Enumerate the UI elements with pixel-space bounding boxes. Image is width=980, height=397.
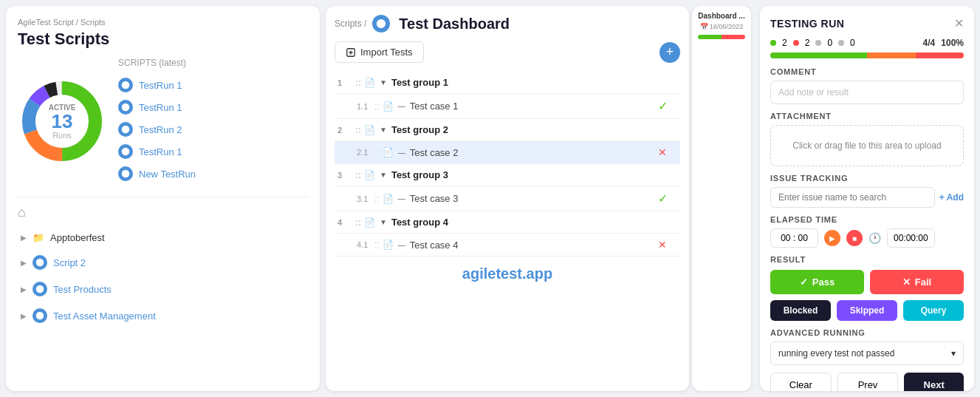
issue-search-input[interactable]: [770, 187, 935, 208]
dashboard-icon: [372, 15, 390, 33]
expand-icon: ▼: [380, 171, 387, 179]
table-row[interactable]: 2 :: 📄 ▼ Test group 2: [335, 119, 680, 141]
drag-icon: ::: [374, 194, 380, 204]
pb-orange: [867, 52, 916, 58]
issue-add-button[interactable]: + Add: [939, 192, 964, 203]
drag-icon: ::: [355, 170, 361, 180]
dashboard-mini-date: 📅 16/06/2023: [700, 23, 743, 30]
attachment-upload-area[interactable]: Click or drag file to this area to uploa…: [770, 125, 964, 166]
chevron-right-icon: ▶: [21, 312, 27, 320]
script-item-0[interactable]: TestRun 1: [118, 74, 308, 96]
home-icon[interactable]: ⌂: [18, 205, 308, 220]
page-title: Test Scripts: [18, 30, 308, 49]
advanced-option-text: running every test not passed: [778, 348, 894, 359]
svg-point-8: [122, 126, 130, 134]
donut-chart: ACTIVE 13 Runs: [18, 77, 106, 166]
script-name: TestRun 1: [139, 80, 182, 91]
skipped-button[interactable]: Skipped: [837, 300, 897, 321]
query-button[interactable]: Query: [903, 300, 964, 321]
table-row[interactable]: 1.1 :: 📄 — Test case 1 ✓: [335, 94, 680, 119]
script-item-1[interactable]: TestRun 1: [118, 96, 308, 118]
svg-point-13: [36, 312, 44, 320]
expand-icon: ▼: [380, 218, 387, 226]
expand-icon: —: [398, 194, 405, 203]
dot-pass: [770, 40, 776, 46]
script-icon: [118, 144, 133, 159]
prev-button[interactable]: Prev: [837, 373, 899, 391]
comment-placeholder: Add note or result: [778, 87, 849, 98]
mini-progress-bar: [698, 35, 745, 39]
table-row[interactable]: 3.1 :: 📄 — Test case 3 ✓: [335, 186, 680, 211]
table-row[interactable]: 3 :: 📄 ▼ Test group 3: [335, 164, 680, 186]
chevron-right-icon: ▶: [21, 234, 27, 242]
nav-label: Test Products: [53, 284, 305, 295]
comment-input[interactable]: Add note or result: [770, 81, 964, 104]
brand-text: agiletest.app: [335, 265, 680, 282]
script-icon: [118, 166, 133, 181]
result-row2: Blocked Skipped Query: [770, 300, 964, 321]
toolbar: Import Tests +: [335, 41, 680, 63]
table-row[interactable]: 4.1 :: 📄 — Test case 4 ✕: [335, 234, 680, 257]
svg-point-9: [122, 148, 130, 156]
script-name: TestRun 1: [139, 102, 182, 113]
issue-section-label: ISSUE TRACKING: [770, 174, 964, 183]
pass-button[interactable]: ✓ Pass: [770, 270, 864, 294]
progress-bar-full: [770, 52, 964, 58]
blocked-button[interactable]: Blocked: [770, 300, 831, 321]
script-name: TestRun 2: [139, 124, 182, 135]
chevron-down-icon: ▾: [951, 348, 956, 359]
stat-pass: 2: [782, 38, 787, 48]
add-button[interactable]: +: [659, 42, 680, 63]
drag-icon: ::: [374, 240, 380, 250]
elapsed-display: 00:00:00: [887, 228, 935, 248]
time-input[interactable]: [770, 228, 818, 248]
stat-fail: 2: [805, 38, 810, 48]
svg-point-14: [377, 19, 386, 28]
script-item-3[interactable]: TestRun 1: [118, 140, 308, 163]
file-icon: 📄: [364, 170, 375, 180]
top-section: ACTIVE 13 Runs SCRIPTS (latest) TestRun …: [18, 58, 308, 185]
file-icon: 📄: [383, 147, 394, 157]
nav-label: Test Asset Management: [53, 311, 305, 322]
elapsed-section-label: ELAPSED TIME: [770, 215, 964, 224]
dashboard-mini-panel: Dashboard ... 📅 16/06/2023: [692, 6, 751, 391]
script-item-2[interactable]: TestRun 2: [118, 118, 308, 140]
advanced-running-select[interactable]: running every test not passed ▾: [770, 342, 964, 365]
script-item-4[interactable]: New TestRun: [118, 163, 308, 185]
script-name: TestRun 1: [139, 146, 182, 157]
status-pass-icon: ✓: [648, 99, 677, 113]
stat-fraction: 4/4: [923, 38, 936, 48]
result-row: ✓ Pass ✕ Fail: [770, 270, 964, 294]
sidebar-item-testasset[interactable]: ▶ Test Asset Management: [18, 302, 308, 329]
time-stop-button[interactable]: ■: [846, 230, 863, 246]
dot-other: [838, 40, 844, 46]
import-tests-button[interactable]: Import Tests: [335, 41, 424, 63]
script-icon: [118, 100, 133, 115]
middle-title: Test Dashboard: [399, 16, 510, 33]
table-row[interactable]: 4 :: 📄 ▼ Test group 4: [335, 211, 680, 234]
table-row[interactable]: 1 :: 📄 ▼ Test group 1: [335, 72, 680, 94]
checkmark-icon: ✓: [800, 276, 808, 288]
svg-point-11: [36, 259, 44, 267]
table-row[interactable]: 2.1 :: 📄 — Test case 2 ✕: [335, 141, 680, 164]
clear-button[interactable]: Clear: [770, 373, 832, 391]
sidebar-item-apptoberfest[interactable]: ▶ 📁 Apptoberfest: [18, 226, 308, 249]
status-fail-icon: ✕: [648, 239, 677, 251]
divider: [18, 197, 308, 197]
time-play-button[interactable]: ▶: [824, 230, 840, 246]
file-icon: 📄: [383, 101, 394, 112]
dot-fail: [793, 40, 799, 46]
next-button[interactable]: Next: [904, 373, 964, 391]
drag-icon: ::: [355, 78, 361, 88]
svg-point-6: [122, 81, 130, 89]
script-name: New TestRun: [139, 169, 196, 180]
dot-skip: [815, 40, 821, 46]
close-button[interactable]: ✕: [954, 16, 964, 30]
sidebar-item-script2[interactable]: ▶ Script 2: [18, 249, 308, 276]
file-icon: 📄: [364, 217, 375, 228]
chevron-right-icon: ▶: [21, 259, 27, 267]
attachment-text: Click or drag file to this area to uploa…: [792, 140, 941, 151]
sidebar-item-testproducts[interactable]: ▶ Test Products: [18, 276, 308, 302]
fail-button[interactable]: ✕ Fail: [870, 270, 964, 294]
middle-panel: Scripts / Test Dashboard Import Tests + …: [326, 6, 689, 391]
